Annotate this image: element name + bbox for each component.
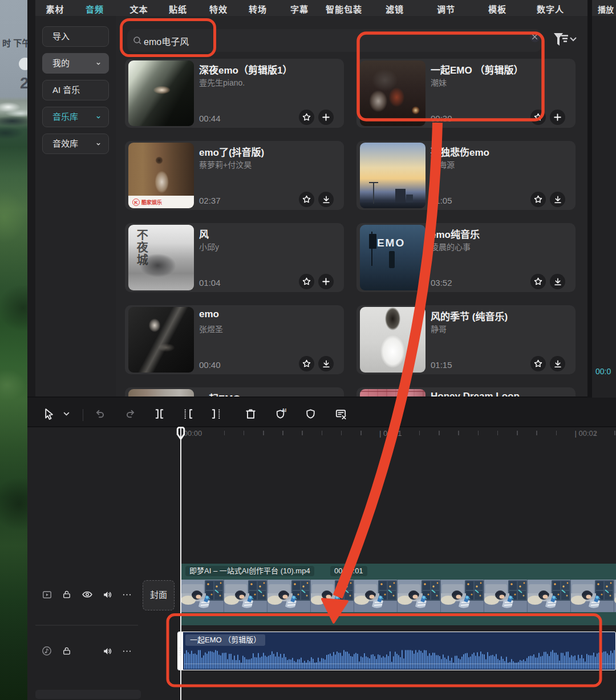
svg-text:AI: AI (282, 408, 286, 413)
